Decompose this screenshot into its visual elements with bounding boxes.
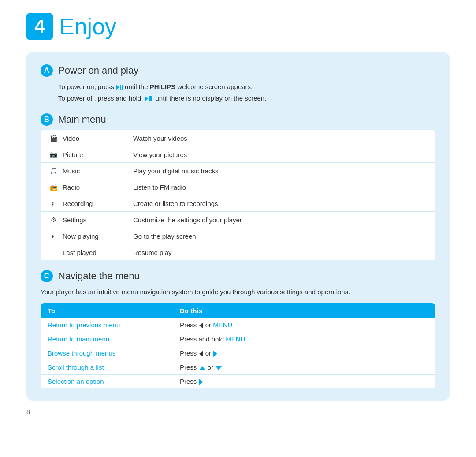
nav-do-pre: Press [180,321,199,329]
menu-icon: 📻 [48,182,59,192]
nav-do: Press or [180,349,218,357]
nav-row: Return to main menu Press and hold MENU [41,332,435,346]
section-c-header: C Navigate the menu [41,270,435,282]
chapter-title: Enjoy [59,13,116,40]
menu-desc: Play your digital music tracks [133,167,218,175]
nav-to: Selection an option [48,378,180,385]
play-pause-icon-2 [145,96,152,101]
menu-icon: 🎵 [48,166,59,176]
nav-row: Browse through menus Press or [41,346,435,360]
menu-word: MENU [226,335,245,343]
menu-name: Music [63,167,133,175]
nav-to: Browse through menus [48,349,180,357]
menu-row: ⚙ Settings Customize the settings of you… [41,212,435,228]
menu-name: Last played [63,249,133,256]
menu-row: Last played Resume play [41,244,435,260]
menu-icon [48,247,59,257]
nav-or-text: or [205,321,213,329]
menu-name: Settings [63,216,133,224]
menu-desc: Listen to FM radio [133,184,186,191]
menu-icon: 🎙 [48,199,59,208]
menu-desc: Create or listen to recordings [133,200,218,207]
menu-word: MENU [213,321,232,329]
menu-icon: 📷 [48,150,59,159]
menu-icon: ⚙ [48,215,59,225]
menu-row: 📷 Picture View your pictures [41,146,435,163]
nav-do: Press or MENU [180,321,232,329]
left-arrow-icon [199,351,203,357]
menu-name: Radio [63,184,133,191]
nav-do-pre: Press [180,349,199,357]
menu-name: Video [63,135,133,142]
nav-do: Press [180,378,204,385]
menu-name: Picture [63,151,133,158]
page-header: 4 Enjoy [26,13,450,40]
menu-desc: View your pictures [133,151,187,158]
nav-row: Scroll through a list Press or [41,360,435,375]
play-pause-icon-1 [116,85,123,90]
nav-or-text: or [208,363,216,371]
section-b-header: B Main menu [41,113,435,126]
nav-do-pre: Press [180,363,199,371]
menu-name: Now playing [63,232,133,240]
menu-row: ⏵ Now playing Go to the play screen [41,228,435,244]
section-c: C Navigate the menu Your player has an i… [41,270,435,388]
section-a-header: A Power on and play [41,64,435,77]
chapter-number: 4 [26,13,53,40]
nav-table-header: To Do this [41,303,435,318]
nav-do: Press or [180,363,222,371]
main-card: A Power on and play To power on, press u… [26,52,450,401]
section-c-title: Navigate the menu [58,270,140,282]
up-arrow-icon [199,366,205,370]
section-c-description: Your player has an intuitive menu naviga… [41,287,435,297]
menu-row: 🎙 Recording Create or listen to recordin… [41,195,435,212]
menu-desc: Resume play [133,249,172,256]
nav-do-pre: Press [180,378,199,385]
menu-icon: 🎬 [48,133,59,143]
section-b-title: Main menu [58,114,106,125]
nav-header-do: Do this [180,307,202,315]
badge-b: B [41,113,53,126]
section-a-line2: To power off, press and hold until there… [58,93,435,104]
nav-or-text: or [205,349,213,357]
section-a-title: Power on and play [58,65,138,76]
badge-c: C [41,270,53,282]
nav-to: Return to previous menu [48,321,180,329]
menu-desc: Customize the settings of your player [133,216,242,224]
nav-do: Press and hold MENU [180,335,245,343]
menu-desc: Go to the play screen [133,232,196,240]
section-a-line1: To power on, press until the PHILIPS wel… [58,81,435,93]
left-arrow-icon [199,322,203,329]
menu-row: 📻 Radio Listen to FM radio [41,179,435,195]
nav-to: Return to main menu [48,335,180,343]
nav-rows: Return to previous menu Press or MENU Re… [41,318,435,388]
badge-a: A [41,64,53,77]
page-number: 8 [26,408,450,416]
right-arrow-icon [213,351,217,357]
down-arrow-icon [216,366,222,370]
nav-do-pre: Press and hold [180,335,226,343]
nav-row: Selection an option Press [41,375,435,388]
section-b: B Main menu 🎬 Video Watch your videos 📷 … [41,113,435,260]
nav-header-to: To [48,307,180,315]
menu-icon: ⏵ [48,231,59,241]
nav-row: Return to previous menu Press or MENU [41,318,435,332]
play-icon [199,379,203,385]
nav-to: Scroll through a list [48,363,180,371]
nav-table: To Do this Return to previous menu Press… [41,303,435,388]
menu-table: 🎬 Video Watch your videos 📷 Picture View… [41,130,435,260]
menu-desc: Watch your videos [133,135,187,142]
section-a: A Power on and play To power on, press u… [41,64,435,104]
menu-row: 🎬 Video Watch your videos [41,130,435,146]
menu-name: Recording [63,200,133,207]
menu-row: 🎵 Music Play your digital music tracks [41,163,435,179]
